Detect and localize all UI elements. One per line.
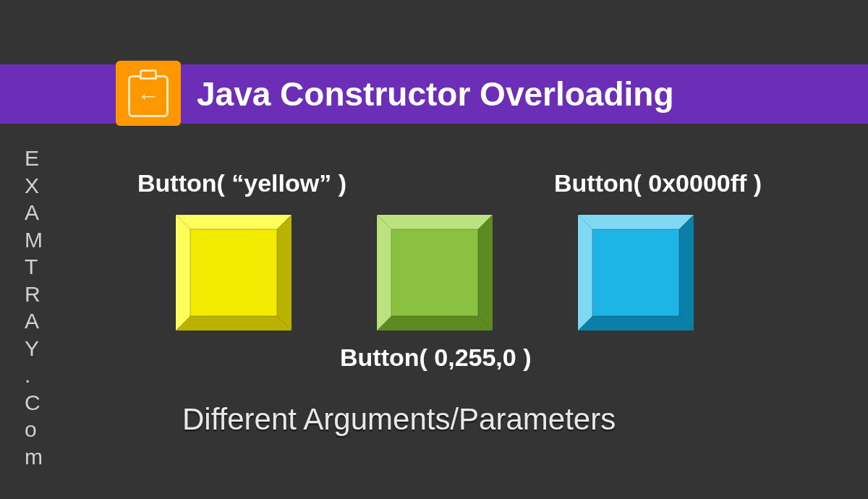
- page-title: Java Constructor Overloading: [197, 74, 674, 114]
- green-button-swatch: [376, 214, 492, 330]
- bevel-bottom: [578, 316, 694, 330]
- svg-rect-1: [391, 229, 478, 316]
- bevel-face: [592, 229, 679, 316]
- bevel-bottom: [176, 316, 292, 330]
- svg-rect-0: [190, 229, 277, 316]
- logo: ←: [116, 61, 181, 126]
- clipboard-back-icon: ←: [128, 69, 169, 117]
- bevel-left: [377, 215, 391, 330]
- label-yellow-constructor: Button( “yellow” ): [137, 169, 346, 197]
- bevel-left: [176, 215, 190, 330]
- footer-caption: Different Arguments/Parameters: [182, 402, 616, 437]
- bevel-right: [277, 215, 292, 330]
- yellow-button-swatch: [175, 214, 291, 330]
- label-green-constructor: Button( 0,255,0 ): [340, 344, 531, 372]
- bevel-bottom: [377, 316, 493, 330]
- bevel-right: [478, 215, 493, 330]
- svg-rect-2: [592, 229, 679, 316]
- bevel-right: [679, 215, 694, 330]
- bevel-top: [578, 215, 694, 229]
- bevel-face: [190, 229, 277, 316]
- bevel-top: [377, 215, 493, 229]
- side-brand-text: EXAMTRAY.Com: [25, 145, 44, 470]
- bevel-top: [176, 215, 292, 229]
- blue-button-swatch: [577, 214, 693, 330]
- bevel-left: [578, 215, 592, 330]
- bevel-face: [391, 229, 478, 316]
- label-blue-constructor: Button( 0x0000ff ): [554, 169, 762, 197]
